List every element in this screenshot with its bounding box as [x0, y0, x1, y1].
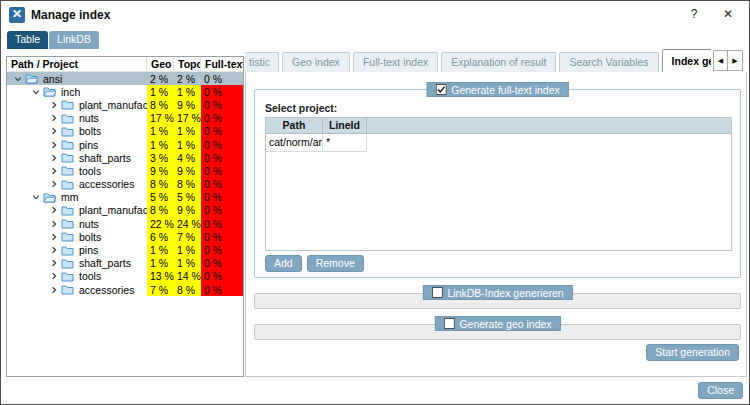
column-geo[interactable]: Geo: [147, 57, 174, 71]
project-table-row[interactable]: cat/norm/ansi*: [266, 134, 731, 152]
topo-percent-cell: 14 %: [174, 270, 201, 283]
column-path-project[interactable]: Path / Project: [7, 57, 147, 71]
tree-row[interactable]: tools13 %14 %0 %: [7, 270, 243, 283]
geo-percent-cell: 1 %: [147, 85, 174, 98]
fulltext-group-header[interactable]: Generate full-text index: [426, 82, 569, 97]
scroll-tabs-left-icon[interactable]: ◀: [713, 50, 728, 71]
linkdb-group-header[interactable]: LinkDB-Index generieren: [422, 285, 572, 300]
chevron-down-icon[interactable]: [29, 88, 43, 96]
fulltext-percent-cell: 0 %: [201, 125, 243, 138]
tree-row[interactable]: pins1 %1 %0 %: [7, 243, 243, 256]
tab-full-text-index[interactable]: Full-text index: [353, 52, 438, 72]
tree-row-label: ansi: [43, 73, 62, 85]
tree-row[interactable]: ansi2 %2 %0 %: [7, 72, 243, 85]
tree-row[interactable]: accessories8 %8 %0 %: [7, 178, 243, 191]
tree-row-label: mm: [61, 191, 79, 203]
geo-percent-cell: 5 %: [147, 191, 174, 204]
column-lineid[interactable]: LineId: [323, 118, 367, 133]
chevron-right-icon[interactable]: [47, 180, 61, 188]
tree-row-label: tools: [79, 165, 101, 177]
tree-row-label: plant_manufacture: [79, 99, 147, 111]
app-logo-icon: ✕: [9, 7, 25, 23]
folder-icon: [61, 271, 76, 282]
chevron-right-icon[interactable]: [47, 114, 61, 122]
chevron-right-icon[interactable]: [47, 101, 61, 109]
tab-index-generation[interactable]: Index generation: [662, 49, 711, 72]
fulltext-percent-cell: 0 %: [201, 283, 243, 296]
table-buttons: Add Remove: [265, 255, 364, 272]
fulltext-percent-cell: 0 %: [201, 257, 243, 270]
tree-row[interactable]: nuts22 %24 %0 %: [7, 217, 243, 230]
topo-percent-cell: 1 %: [174, 125, 201, 138]
fulltext-percent-cell: 0 %: [201, 112, 243, 125]
chevron-down-icon[interactable]: [29, 193, 43, 201]
folder-icon: [61, 231, 76, 242]
tree-row[interactable]: mm5 %5 %0 %: [7, 191, 243, 204]
chevron-down-icon[interactable]: [11, 75, 25, 83]
column-fulltext[interactable]: Full-text: [201, 57, 243, 71]
row-filler: [367, 134, 731, 152]
geo-percent-cell: 1 %: [147, 243, 174, 256]
close-button[interactable]: Close: [698, 382, 743, 399]
folder-open-icon: [25, 73, 40, 84]
geo-percent-cell: 7 %: [147, 283, 174, 296]
tree-row[interactable]: bolts1 %1 %0 %: [7, 125, 243, 138]
generate-geo-checkbox[interactable]: [443, 318, 454, 329]
lineid-cell[interactable]: *: [323, 134, 367, 152]
tree-row-label: nuts: [79, 112, 99, 124]
tab-explanation-of-result[interactable]: Explanation of result: [441, 52, 556, 72]
tree-row[interactable]: plant_manufacture8 %9 %0 %: [7, 98, 243, 111]
topo-percent-cell: 1 %: [174, 257, 201, 270]
topo-percent-cell: 9 %: [174, 204, 201, 217]
tree-row[interactable]: shaft_parts3 %4 %0 %: [7, 151, 243, 164]
column-filler: [367, 118, 731, 133]
chevron-right-icon[interactable]: [47, 272, 61, 280]
linkdb-index-checkbox[interactable]: [431, 287, 442, 298]
tab-table[interactable]: Table: [7, 31, 48, 49]
geo-percent-cell: 6 %: [147, 230, 174, 243]
remove-button[interactable]: Remove: [307, 255, 364, 272]
tab-geo-index[interactable]: Geo index: [282, 52, 350, 72]
tree-row[interactable]: tools9 %9 %0 %: [7, 164, 243, 177]
column-path[interactable]: Path: [266, 118, 323, 133]
tree-row[interactable]: bolts6 %7 %0 %: [7, 230, 243, 243]
start-generation-button[interactable]: Start generation: [646, 344, 739, 361]
chevron-right-icon[interactable]: [47, 154, 61, 162]
generate-fulltext-checkbox[interactable]: [435, 84, 446, 95]
geo-percent-cell: 2 %: [147, 72, 174, 85]
tree-row[interactable]: nuts17 %17 %0 %: [7, 112, 243, 125]
tree-row[interactable]: inch1 %1 %0 %: [7, 85, 243, 98]
topo-percent-cell: 1 %: [174, 85, 201, 98]
folder-icon: [61, 245, 76, 256]
scroll-tabs-right-icon[interactable]: ▶: [728, 50, 743, 71]
chevron-right-icon[interactable]: [47, 167, 61, 175]
fulltext-percent-cell: 0 %: [201, 138, 243, 151]
tree-row-label: bolts: [79, 125, 101, 137]
help-button[interactable]: ?: [683, 5, 705, 23]
tree-row[interactable]: pins1 %1 %0 %: [7, 138, 243, 151]
chevron-right-icon[interactable]: [47, 286, 61, 294]
project-path-cell[interactable]: cat/norm/ansi: [266, 134, 323, 152]
tree-row[interactable]: plant_manufacture8 %9 %0 %: [7, 204, 243, 217]
add-button[interactable]: Add: [265, 255, 302, 272]
close-icon[interactable]: ✕: [717, 5, 739, 23]
chevron-right-icon[interactable]: [47, 246, 61, 254]
tab-statistic-partial[interactable]: tistic: [245, 52, 279, 72]
tree-row-label: accessories: [79, 178, 134, 190]
chevron-right-icon[interactable]: [47, 141, 61, 149]
tab-linkdb[interactable]: LinkDB: [49, 31, 99, 49]
geo-group-header[interactable]: Generate geo index: [434, 316, 560, 331]
tab-search-variables[interactable]: Search Variables: [559, 52, 658, 72]
tree-row-label: tools: [79, 270, 101, 282]
chevron-right-icon[interactable]: [47, 206, 61, 214]
chevron-right-icon[interactable]: [47, 127, 61, 135]
geo-percent-cell: 13 %: [147, 270, 174, 283]
chevron-right-icon[interactable]: [47, 233, 61, 241]
fulltext-percent-cell: 0 %: [201, 270, 243, 283]
chevron-right-icon[interactable]: [47, 220, 61, 228]
tree-row[interactable]: accessories7 %8 %0 %: [7, 283, 243, 296]
column-topo[interactable]: Topo: [174, 57, 201, 71]
tree-row[interactable]: shaft_parts1 %1 %0 %: [7, 257, 243, 270]
chevron-right-icon[interactable]: [47, 259, 61, 267]
folder-icon: [61, 113, 76, 124]
